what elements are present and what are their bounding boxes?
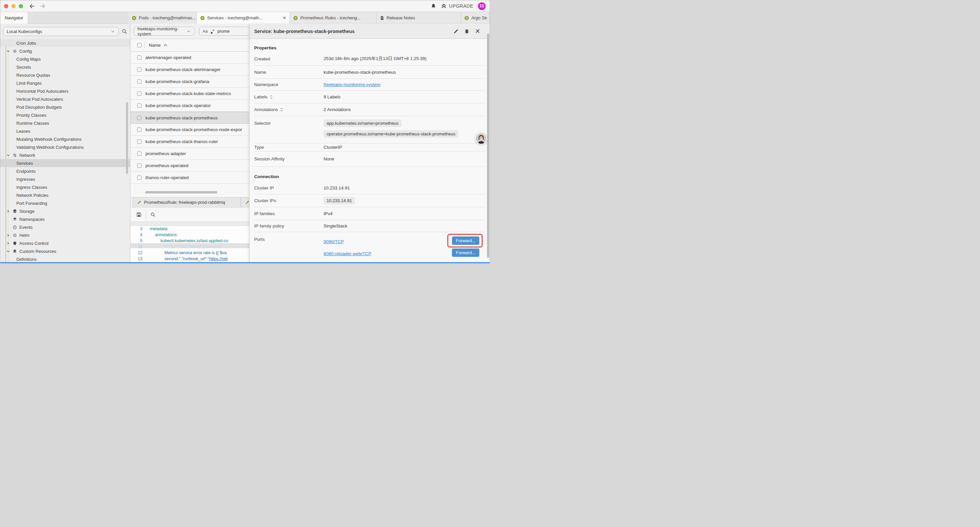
tab-argo-se[interactable]: Argo Se — [461, 12, 490, 24]
sidebar-search-icon[interactable] — [121, 29, 127, 34]
sidebar-item-cron-jobs[interactable]: Cron Jobs — [0, 39, 130, 47]
sidebar-item-network-policies[interactable]: Network Policies — [0, 191, 130, 199]
row-checkbox[interactable] — [137, 151, 142, 156]
sidebar-item-port-forwarding[interactable]: Port Forwarding — [0, 199, 130, 207]
sidebar-item-services[interactable]: Services — [0, 159, 130, 167]
port-link[interactable]: 8080:reloader-web/TCP — [323, 251, 371, 256]
notifications-bell-icon[interactable] — [431, 3, 436, 9]
sidebar-item-runtime-classes[interactable]: Runtime Classes — [0, 119, 130, 127]
namespace-link[interactable]: freeleaps-monitoring-system — [323, 82, 380, 87]
tab-prometheus-rules-icecheng[interactable]: Prometheus Rules - icecheng... — [290, 12, 377, 24]
table-horizontal-scrollbar[interactable] — [145, 191, 217, 193]
chevron-right-icon — [6, 234, 10, 237]
sort-toggle-icon[interactable] — [269, 95, 273, 99]
table-row[interactable]: prometheus-operated — [130, 160, 250, 172]
navigator-sidebar: Local Kubeconfigs Cron JobsConfigConfig … — [0, 24, 130, 263]
save-icon[interactable] — [136, 212, 142, 218]
table-row[interactable]: thanos-ruler-operated — [130, 172, 250, 184]
drawer-scrollbar[interactable] — [487, 34, 489, 258]
sidebar-item-mutating-webhook-configurations[interactable]: Mutating Webhook Configurations — [0, 135, 130, 143]
notification-count-badge[interactable]: 15 — [478, 2, 486, 10]
sidebar-item-pod-disruption-budgets[interactable]: Pod Disruption Budgets — [0, 103, 130, 111]
sidebar-item-leases[interactable]: Leases — [0, 127, 130, 135]
sidebar-item-events[interactable]: Events — [0, 223, 130, 231]
table-row[interactable]: prometheus-adapter — [130, 148, 250, 160]
editor-tab-fragment[interactable] — [241, 197, 250, 207]
edit-pencil-icon[interactable] — [453, 29, 459, 34]
sidebar-item-ingress-classes[interactable]: Ingress Classes — [0, 183, 130, 191]
zoom-window-button[interactable] — [19, 4, 23, 8]
user-avatar[interactable] — [475, 132, 487, 145]
sidebar-item-validating-webhook-configurations[interactable]: Validating Webhook Configurations — [0, 143, 130, 151]
row-checkbox[interactable] — [137, 67, 142, 72]
kubeconfig-selector[interactable]: Local Kubeconfigs — [3, 27, 119, 36]
row-checkbox[interactable] — [137, 103, 142, 108]
editor-search-icon[interactable] — [150, 212, 156, 218]
close-tab-icon[interactable]: ✕ — [283, 15, 286, 20]
sidebar-item-storage[interactable]: Storage — [0, 207, 130, 215]
sidebar-item-label: Priority Classes — [16, 113, 46, 118]
table-row[interactable]: kube-prometheus-stack-operator — [130, 100, 250, 112]
table-row[interactable]: kube-prometheus-stack-thanos-ruler — [130, 136, 250, 148]
resource-search-input[interactable]: Aa * prome — [199, 27, 250, 36]
table-row[interactable]: kube-prometheus-stack-prometheus — [130, 112, 250, 124]
sidebar-item-horizontal-pod-autoscalers[interactable]: Horizontal Pod Autoscalers — [0, 87, 130, 95]
table-row[interactable]: kube-prometheus-stack-grafana — [130, 76, 250, 88]
sidebar-item-priority-classes[interactable]: Priority Classes — [0, 111, 130, 119]
name-column-header[interactable]: Name — [149, 43, 167, 48]
regex-toggle[interactable]: * — [211, 29, 215, 34]
sidebar-item-network[interactable]: Network — [0, 151, 130, 159]
yaml-editor[interactable]: 3metadata:4annotations:5kubectl.kubernet… — [130, 226, 250, 263]
service-details-drawer: Service: kube-prometheus-stack-prometheu… — [249, 24, 490, 263]
delete-trash-icon[interactable] — [464, 29, 469, 34]
row-checkbox[interactable] — [137, 116, 142, 120]
row-checkbox[interactable] — [137, 127, 142, 132]
row-checkbox[interactable] — [137, 56, 142, 60]
sidebar-item-config-maps[interactable]: Config Maps — [0, 55, 130, 63]
sidebar-item-endpoints[interactable]: Endpoints — [0, 167, 130, 175]
sidebar-item-limit-ranges[interactable]: Limit Ranges — [0, 79, 130, 87]
forward-arrow-icon[interactable] — [39, 3, 46, 10]
sidebar-item-helm[interactable]: Helm — [0, 231, 130, 239]
sidebar-item-label: Network Policies — [16, 193, 48, 198]
select-all-checkbox[interactable] — [137, 43, 142, 47]
sidebar-item-label: Resource Quotas — [16, 73, 50, 78]
editor-horizontal-scrollbar[interactable] — [130, 243, 250, 248]
sidebar-item-ingresses[interactable]: Ingresses — [0, 175, 130, 183]
sidebar-item-namespaces[interactable]: Namespaces — [0, 215, 130, 223]
close-window-button[interactable] — [4, 4, 8, 8]
forward-button[interactable]: Forward... — [452, 248, 479, 257]
line-number: 4 — [130, 232, 147, 237]
row-checkbox[interactable] — [137, 175, 142, 180]
sort-toggle-icon[interactable] — [280, 108, 283, 112]
row-checkbox[interactable] — [137, 80, 142, 84]
sidebar-item-vertical-pod-autoscalers[interactable]: Vertical Pod Autoscalers — [0, 95, 130, 103]
namespace-filter-select[interactable]: freeleaps-monitoring-system — [134, 27, 194, 36]
sidebar-scrollbar[interactable] — [126, 102, 128, 174]
sidebar-item-resource-quotas[interactable]: Resource Quotas — [0, 71, 130, 79]
forward-button[interactable]: Forward... — [452, 236, 479, 245]
row-checkbox[interactable] — [137, 139, 142, 144]
sidebar-item-config[interactable]: Config — [0, 47, 130, 55]
minimize-window-button[interactable] — [11, 4, 16, 8]
tab-release-notes[interactable]: Release Notes — [377, 12, 461, 24]
tab-services-icecheng-math[interactable]: Services - icecheng@math...✕ — [197, 12, 290, 24]
navigator-panel-tab[interactable]: Navigator — [0, 12, 28, 24]
table-row[interactable]: kube-prometheus-stack-kube-state-metrics — [130, 88, 250, 100]
upgrade-button[interactable]: UPGRADE — [441, 3, 473, 9]
table-row[interactable]: kube-prometheus-stack-alertmanager — [130, 64, 250, 76]
sidebar-item-access-control[interactable]: Access Control — [0, 239, 130, 247]
row-checkbox[interactable] — [137, 164, 142, 168]
tab-pods-icecheng-mathmas[interactable]: Pods - icecheng@mathmas... — [129, 12, 197, 24]
row-checkbox[interactable] — [137, 91, 142, 96]
editor-tab-prometheusrule-freeleaps-prod-rabbitmq[interactable]: PrometheusRule: freeleaps-prod-rabbitmq — [133, 197, 241, 207]
close-icon[interactable]: ✕ — [475, 28, 480, 34]
table-row[interactable]: alertmanager-operated — [130, 52, 250, 64]
match-case-toggle[interactable]: Aa — [203, 29, 208, 34]
upgrade-chevrons-icon — [441, 3, 447, 9]
table-row[interactable]: kube-prometheus-stack-prometheus-node-ex… — [130, 124, 250, 136]
sidebar-item-custom-resources[interactable]: Custom Resources — [0, 247, 130, 255]
back-arrow-icon[interactable] — [29, 3, 35, 10]
sidebar-item-secrets[interactable]: Secrets — [0, 63, 130, 71]
port-link[interactable]: 9090/TCP — [323, 239, 344, 244]
